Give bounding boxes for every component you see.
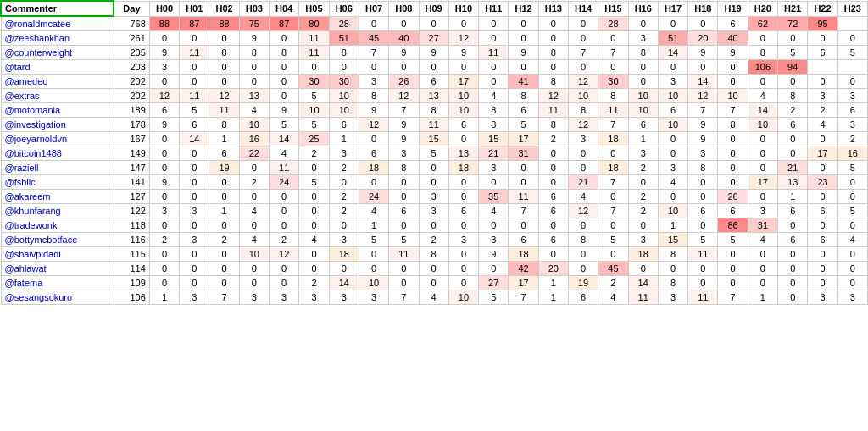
value-cell: 0 bbox=[448, 60, 478, 75]
value-cell: 9 bbox=[389, 118, 419, 132]
value-cell: 2 bbox=[329, 204, 359, 218]
value-cell: 3 bbox=[270, 290, 299, 305]
value-cell: 0 bbox=[778, 247, 808, 262]
value-cell: 4 bbox=[270, 146, 299, 161]
value-cell: 0 bbox=[568, 16, 598, 31]
value-cell: 14 bbox=[658, 46, 687, 60]
value-cell: 72 bbox=[778, 16, 808, 31]
value-cell: 0 bbox=[419, 16, 448, 31]
value-cell: 0 bbox=[658, 190, 687, 204]
header-H01: H01 bbox=[180, 1, 209, 16]
day-cell: 147 bbox=[114, 161, 149, 175]
value-cell: 8 bbox=[538, 46, 568, 60]
value-cell: 9 bbox=[389, 46, 419, 60]
header-H16: H16 bbox=[628, 1, 658, 16]
table-row: @zeeshankhan2610009011514540271200000351… bbox=[1, 31, 868, 46]
value-cell: 17 bbox=[748, 175, 777, 190]
value-cell: 8 bbox=[209, 46, 239, 60]
value-cell: 10 bbox=[359, 276, 388, 290]
value-cell: 0 bbox=[837, 218, 867, 233]
table-row: @tard2033000000000000000000010694 bbox=[1, 60, 868, 75]
value-cell: 40 bbox=[389, 31, 419, 46]
value-cell: 80 bbox=[299, 16, 329, 31]
value-cell: 2 bbox=[598, 276, 628, 290]
value-cell: 6 bbox=[778, 233, 808, 247]
value-cell: 2 bbox=[419, 233, 448, 247]
value-cell: 0 bbox=[180, 218, 209, 233]
day-cell: 106 bbox=[114, 290, 149, 305]
value-cell: 0 bbox=[718, 75, 748, 89]
value-cell: 0 bbox=[389, 175, 419, 190]
value-cell: 9 bbox=[239, 31, 269, 46]
value-cell: 0 bbox=[748, 190, 777, 204]
value-cell: 1 bbox=[658, 218, 687, 233]
value-cell: 0 bbox=[389, 218, 419, 233]
table-row: @amedeo202000003030326617041812300314000… bbox=[1, 75, 868, 89]
value-cell: 0 bbox=[448, 247, 478, 262]
value-cell: 1 bbox=[778, 190, 808, 204]
commenter-cell: @raziell bbox=[1, 161, 114, 175]
value-cell: 106 bbox=[748, 60, 777, 75]
value-cell: 8 bbox=[509, 89, 538, 103]
table-row: @motomania189651149101097810861181110677… bbox=[1, 103, 868, 118]
table-row: @bitcoin14881490062242363513213100030300… bbox=[1, 146, 868, 161]
value-cell: 0 bbox=[270, 218, 299, 233]
table-row: @shaivpidadi1150001012018011809180001881… bbox=[1, 247, 868, 262]
value-cell: 25 bbox=[299, 132, 329, 146]
value-cell: 94 bbox=[778, 60, 808, 75]
commenter-cell: @sesangsokuro bbox=[1, 290, 114, 305]
value-cell: 12 bbox=[568, 204, 598, 218]
value-cell: 3 bbox=[628, 31, 658, 46]
value-cell: 3 bbox=[837, 290, 867, 305]
value-cell: 3 bbox=[359, 75, 388, 89]
commenter-cell: @amedeo bbox=[1, 75, 114, 89]
value-cell bbox=[808, 60, 837, 75]
value-cell: 23 bbox=[808, 175, 837, 190]
value-cell: 0 bbox=[239, 218, 269, 233]
value-cell: 0 bbox=[448, 218, 478, 233]
value-cell: 0 bbox=[359, 175, 388, 190]
value-cell: 13 bbox=[778, 175, 808, 190]
value-cell: 11 bbox=[688, 247, 718, 262]
value-cell: 3 bbox=[419, 204, 448, 218]
value-cell: 31 bbox=[748, 218, 777, 233]
value-cell: 3 bbox=[688, 146, 718, 161]
value-cell: 0 bbox=[688, 175, 718, 190]
value-cell: 0 bbox=[628, 175, 658, 190]
value-cell: 6 bbox=[718, 16, 748, 31]
day-cell: 149 bbox=[114, 146, 149, 161]
value-cell: 0 bbox=[509, 175, 538, 190]
value-cell: 10 bbox=[299, 103, 329, 118]
value-cell: 11 bbox=[479, 46, 509, 60]
value-cell: 5 bbox=[778, 46, 808, 60]
value-cell: 19 bbox=[209, 161, 239, 175]
value-cell: 3 bbox=[329, 290, 359, 305]
value-cell: 9 bbox=[419, 46, 448, 60]
value-cell: 3 bbox=[329, 233, 359, 247]
commenter-cell: @fatema bbox=[1, 276, 114, 290]
value-cell: 0 bbox=[270, 190, 299, 204]
value-cell: 2 bbox=[209, 233, 239, 247]
value-cell: 40 bbox=[718, 31, 748, 46]
value-cell: 0 bbox=[688, 190, 718, 204]
value-cell: 0 bbox=[448, 262, 478, 276]
table-row: @extras202121112130510812131048121081010… bbox=[1, 89, 868, 103]
value-cell: 0 bbox=[658, 16, 687, 31]
value-cell: 8 bbox=[359, 89, 388, 103]
value-cell: 10 bbox=[658, 118, 687, 132]
value-cell: 0 bbox=[509, 16, 538, 31]
value-cell: 10 bbox=[239, 118, 269, 132]
value-cell: 0 bbox=[359, 247, 388, 262]
value-cell: 0 bbox=[270, 60, 299, 75]
value-cell: 3 bbox=[658, 75, 687, 89]
value-cell: 10 bbox=[239, 247, 269, 262]
value-cell: 0 bbox=[180, 190, 209, 204]
header-H22: H22 bbox=[808, 1, 837, 16]
value-cell: 0 bbox=[628, 262, 658, 276]
value-cell: 0 bbox=[718, 276, 748, 290]
value-cell: 0 bbox=[658, 262, 687, 276]
value-cell: 26 bbox=[718, 190, 748, 204]
day-cell: 114 bbox=[114, 262, 149, 276]
value-cell: 0 bbox=[180, 276, 209, 290]
value-cell: 0 bbox=[209, 60, 239, 75]
